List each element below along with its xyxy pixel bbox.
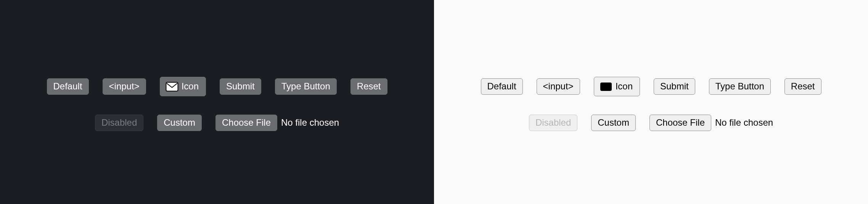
reset-button-label: Reset	[357, 81, 381, 92]
input-button-label: <input>	[543, 81, 574, 92]
default-button[interactable]: Default	[481, 78, 523, 95]
envelope-icon	[166, 81, 178, 92]
disabled-button-label: Disabled	[535, 117, 571, 128]
reset-button[interactable]: Reset	[350, 78, 387, 95]
submit-button[interactable]: Submit	[654, 78, 695, 95]
icon-button[interactable]: Icon	[160, 77, 206, 96]
type-button-label: Type Button	[281, 81, 330, 92]
svg-rect-1	[600, 83, 612, 91]
input-button[interactable]: <input>	[537, 78, 580, 95]
choose-file-button-label: Choose File	[222, 117, 271, 128]
choose-file-button[interactable]: Choose File	[215, 115, 277, 131]
type-button-label: Type Button	[715, 81, 764, 92]
disabled-button: Disabled	[95, 115, 143, 131]
custom-button[interactable]: Custom	[157, 115, 202, 131]
file-input-group: Choose File No file chosen	[215, 115, 339, 131]
input-button-label: <input>	[109, 81, 140, 92]
reset-button-label: Reset	[791, 81, 815, 92]
choose-file-button[interactable]: Choose File	[649, 115, 711, 131]
default-button-label: Default	[487, 81, 516, 92]
type-button[interactable]: Type Button	[709, 78, 771, 95]
custom-button-label: Custom	[164, 117, 195, 128]
reset-button[interactable]: Reset	[784, 78, 821, 95]
disabled-button: Disabled	[529, 115, 577, 131]
default-button-label: Default	[53, 81, 82, 92]
file-status-text: No file chosen	[715, 117, 773, 128]
light-row-1: Default <input> Icon Submit Type Button …	[481, 77, 821, 96]
icon-button[interactable]: Icon	[594, 77, 640, 96]
light-panel: Default <input> Icon Submit Type Button …	[434, 0, 868, 204]
submit-button-label: Submit	[226, 81, 255, 92]
dark-panel: Default <input> Icon Submit Type Button …	[0, 0, 434, 204]
disabled-button-label: Disabled	[101, 117, 137, 128]
icon-button-label: Icon	[182, 81, 199, 92]
input-button[interactable]: <input>	[103, 78, 146, 95]
custom-button[interactable]: Custom	[591, 115, 636, 131]
file-input-group: Choose File No file chosen	[649, 115, 773, 131]
file-status-text: No file chosen	[281, 117, 339, 128]
type-button[interactable]: Type Button	[275, 78, 337, 95]
icon-button-label: Icon	[616, 81, 633, 92]
default-button[interactable]: Default	[47, 78, 89, 95]
solid-block-icon	[600, 81, 612, 92]
svg-rect-0	[166, 82, 178, 91]
submit-button-label: Submit	[660, 81, 689, 92]
light-row-2: Disabled Custom Choose File No file chos…	[529, 115, 773, 131]
dark-row-2: Disabled Custom Choose File No file chos…	[95, 115, 339, 131]
submit-button[interactable]: Submit	[220, 78, 261, 95]
dark-row-1: Default <input> Icon Submit Type Button …	[47, 77, 387, 96]
choose-file-button-label: Choose File	[656, 117, 705, 128]
custom-button-label: Custom	[598, 117, 629, 128]
